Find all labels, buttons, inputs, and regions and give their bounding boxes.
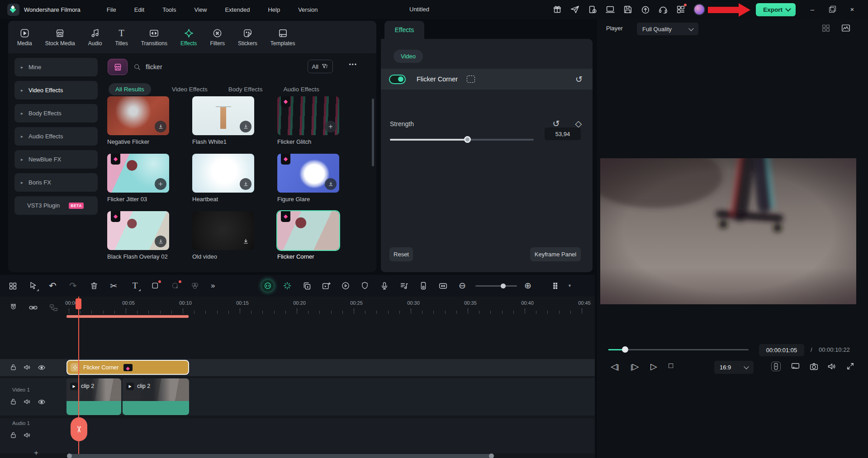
auto-ripple-icon[interactable]	[438, 281, 448, 291]
vertical-preview-icon[interactable]	[771, 362, 781, 371]
menu-edit[interactable]: Edit	[134, 6, 144, 13]
effect-card[interactable]: Old video	[192, 211, 254, 260]
zoom-out-icon[interactable]: ⊖	[459, 281, 468, 291]
upload-icon[interactable]	[640, 5, 650, 14]
tab-transitions[interactable]: Transitions	[141, 28, 167, 47]
element-library-icon[interactable]	[8, 281, 18, 291]
shield-icon[interactable]	[360, 281, 370, 291]
track-manager-icon[interactable]	[552, 281, 561, 291]
tab-all-results[interactable]: All Results	[109, 83, 151, 95]
lock-icon[interactable]	[9, 431, 17, 439]
video-chip[interactable]: Video	[394, 50, 423, 63]
reset-button[interactable]: Reset	[389, 247, 413, 261]
tab-stickers[interactable]: Stickers	[238, 28, 257, 47]
mirror-display-icon[interactable]	[791, 362, 800, 371]
tab-media[interactable]: Media	[17, 28, 32, 47]
effect-clip-flicker-corner[interactable]: Flicker Corner ◆	[66, 360, 189, 375]
gift-icon[interactable]	[552, 5, 562, 14]
layout-grid-icon[interactable]	[821, 23, 831, 33]
menu-help[interactable]: Help	[268, 6, 280, 13]
effect-card[interactable]: ◆ Flicker Glitch	[277, 96, 339, 145]
apps-grid-icon[interactable]	[676, 5, 686, 14]
scopes-icon[interactable]	[841, 23, 851, 33]
keyframe-panel-button[interactable]: Keyframe Panel	[530, 247, 581, 261]
effect-store-button[interactable]	[108, 59, 128, 75]
eye-icon[interactable]	[38, 364, 45, 371]
tab-video-effects[interactable]: Video Effects	[172, 86, 208, 93]
search-field[interactable]	[133, 60, 323, 74]
sidebar-item-audio-effects[interactable]: ▸Audio Effects	[14, 127, 98, 146]
effect-card[interactable]: Negative Flicker	[107, 96, 169, 145]
speaker-icon[interactable]	[23, 398, 31, 406]
next-frame-button[interactable]: |▷	[631, 361, 639, 372]
effect-enabled-toggle[interactable]	[389, 75, 406, 84]
split-scissors-icon[interactable]: ✂	[110, 281, 119, 291]
tab-filters[interactable]: Filters	[210, 28, 225, 47]
download-icon[interactable]	[155, 236, 166, 247]
delete-icon[interactable]	[90, 281, 99, 291]
record-mic-icon[interactable]	[380, 281, 389, 291]
effect-card[interactable]: ◆ Figure Glare	[277, 154, 339, 203]
vertical-scrollbar[interactable]	[372, 99, 374, 166]
strength-slider[interactable]	[390, 139, 534, 141]
mask-tool-icon[interactable]	[171, 281, 180, 291]
undo-icon[interactable]: ↶	[49, 281, 58, 291]
audio-stretch-icon[interactable]	[399, 281, 409, 291]
sidebar-item-newblue-fx[interactable]: ▸NewBlue FX	[14, 150, 98, 169]
tab-body-effects[interactable]: Body Effects	[228, 86, 263, 93]
menu-extended[interactable]: Extended	[225, 6, 250, 13]
track-manager-caret-icon[interactable]: ▼	[568, 283, 572, 288]
current-timecode[interactable]: 00:00:01:05	[759, 344, 804, 356]
more-options-button[interactable]: •••	[349, 61, 357, 68]
add-icon[interactable]	[155, 178, 166, 190]
zoom-slider-handle[interactable]	[501, 283, 506, 288]
slider-handle[interactable]	[464, 136, 471, 143]
tab-audio[interactable]: Audio	[88, 28, 102, 47]
lock-icon[interactable]	[9, 364, 17, 371]
device-clock-icon[interactable]	[588, 5, 598, 14]
tab-titles[interactable]: TTitles	[115, 28, 128, 47]
color-match-icon[interactable]	[190, 281, 200, 291]
tab-effects[interactable]: Effects	[180, 28, 197, 47]
screen-icon[interactable]	[605, 5, 615, 14]
video-clip-1[interactable]: ▶ clip 2	[66, 378, 121, 415]
strength-value-input[interactable]: 53,94	[545, 127, 581, 140]
promo-plane-icon[interactable]	[570, 5, 580, 14]
sidebar-item-vst3-plugin[interactable]: VST3 PluginBETA	[14, 196, 98, 215]
download-icon[interactable]	[240, 236, 251, 247]
screen-record-icon[interactable]	[419, 281, 428, 291]
speaker-icon[interactable]	[827, 362, 836, 371]
horizontal-scrollbar[interactable]	[68, 454, 493, 458]
tab-stock-media[interactable]: Stock Media	[45, 28, 75, 47]
add-clip-icon[interactable]	[322, 281, 331, 291]
minimize-button[interactable]: –	[808, 5, 816, 14]
tab-effects-properties[interactable]: Effects	[384, 21, 424, 39]
ai-portrait-icon[interactable]	[262, 280, 274, 292]
support-headset-icon[interactable]	[658, 5, 668, 14]
speaker-icon[interactable]	[23, 364, 31, 371]
reset-effect-icon[interactable]: ↺	[575, 74, 583, 85]
text-tool-icon[interactable]: T	[130, 281, 140, 291]
playhead-handle[interactable]	[76, 298, 81, 309]
video-clip-2[interactable]: ▶ clip 2	[123, 378, 189, 415]
effect-card[interactable]: ◆ Flicker Jitter 03	[107, 154, 169, 203]
more-tools-icon[interactable]: »	[211, 281, 220, 291]
download-icon[interactable]	[325, 178, 337, 190]
menu-tools[interactable]: Tools	[162, 6, 176, 13]
fullscreen-icon[interactable]	[846, 362, 855, 371]
effect-card[interactable]: ◆ Black Flash Overlay 02	[107, 211, 169, 260]
close-button[interactable]: ×	[848, 5, 856, 14]
select-tool-icon[interactable]	[28, 281, 38, 291]
progress-handle[interactable]	[622, 346, 628, 353]
stop-button[interactable]: □	[669, 361, 673, 370]
speed-ramp-icon[interactable]	[341, 281, 351, 291]
sidebar-item-video-effects[interactable]: ▸Video Effects	[14, 81, 98, 99]
video-preview[interactable]	[600, 158, 856, 304]
menu-view[interactable]: View	[194, 6, 207, 13]
quality-dropdown[interactable]: Full Quality	[637, 23, 698, 35]
zoom-in-icon[interactable]: ⊕	[524, 281, 534, 291]
add-icon[interactable]	[325, 121, 337, 132]
playback-progress-slider[interactable]	[608, 349, 749, 350]
previous-frame-button[interactable]: ◁|	[611, 361, 619, 372]
quick-split-button[interactable]: ✂	[71, 417, 87, 441]
